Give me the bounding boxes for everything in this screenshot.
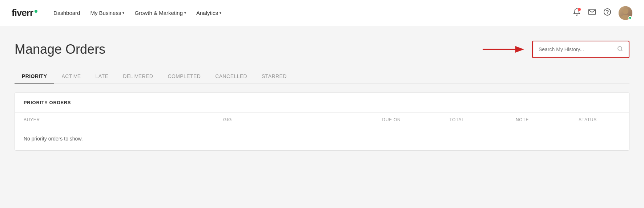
th-total: TOTAL (424, 117, 490, 122)
nav-item-growth-marketing[interactable]: Growth & Marketing ▾ (130, 7, 190, 19)
nav-actions (573, 6, 632, 20)
search-box (534, 42, 628, 57)
tab-late[interactable]: LATE (88, 70, 116, 83)
navbar: fiverr Dashboard My Business ▾ Growth & … (0, 0, 644, 26)
orders-section: PRIORITY ORDERS BUYERGIGDUE ONTOTALNOTES… (15, 92, 629, 151)
tab-delivered[interactable]: DELIVERED (116, 70, 160, 83)
svg-line-7 (621, 50, 622, 51)
empty-message: No priority orders to show. (15, 127, 629, 150)
tabs: PRIORITYACTIVELATEDELIVEREDCOMPLETEDCANC… (15, 70, 629, 83)
logo-text: fiverr (12, 7, 33, 19)
th-buyer: BUYER (24, 117, 96, 122)
nav-item-my-business[interactable]: My Business ▾ (86, 7, 129, 19)
notifications-icon[interactable] (573, 8, 581, 18)
chevron-down-icon: ▾ (122, 11, 124, 15)
arrow-annotation (483, 42, 526, 57)
annotation-arrow (483, 42, 526, 57)
tab-completed[interactable]: COMPLETED (160, 70, 208, 83)
nav-item-analytics[interactable]: Analytics ▾ (192, 7, 226, 19)
search-area (483, 41, 629, 58)
search-input[interactable] (539, 46, 614, 52)
search-icon (617, 46, 623, 53)
tab-cancelled[interactable]: CANCELLED (208, 70, 254, 83)
th-note: NOTE (490, 117, 555, 122)
svg-point-2 (623, 8, 628, 14)
th-gig: GIG (96, 117, 359, 122)
avatar-online-indicator (628, 16, 632, 20)
messages-icon[interactable] (588, 8, 596, 18)
tab-priority[interactable]: PRIORITY (15, 70, 54, 83)
nav-item-dashboard[interactable]: Dashboard (49, 7, 84, 19)
help-icon[interactable] (603, 8, 611, 18)
tab-active[interactable]: ACTIVE (54, 70, 88, 83)
logo-dot (35, 10, 37, 13)
chevron-down-icon: ▾ (184, 11, 186, 15)
page-header: Manage Orders (15, 41, 629, 58)
main-content: Manage Orders (0, 26, 644, 208)
page-title: Manage Orders (15, 42, 105, 57)
table-header: BUYERGIGDUE ONTOTALNOTESTATUS (15, 113, 629, 127)
notification-badge (578, 8, 581, 11)
search-box-wrapper (532, 41, 629, 58)
tab-starred[interactable]: STARRED (254, 70, 294, 83)
chevron-down-icon: ▾ (220, 11, 221, 15)
section-title: PRIORITY ORDERS (15, 93, 629, 113)
avatar[interactable] (619, 6, 632, 20)
th-status: STATUS (555, 117, 620, 122)
logo[interactable]: fiverr (12, 7, 37, 19)
th-due-on: DUE ON (359, 117, 424, 122)
nav-items: Dashboard My Business ▾ Growth & Marketi… (49, 7, 570, 19)
